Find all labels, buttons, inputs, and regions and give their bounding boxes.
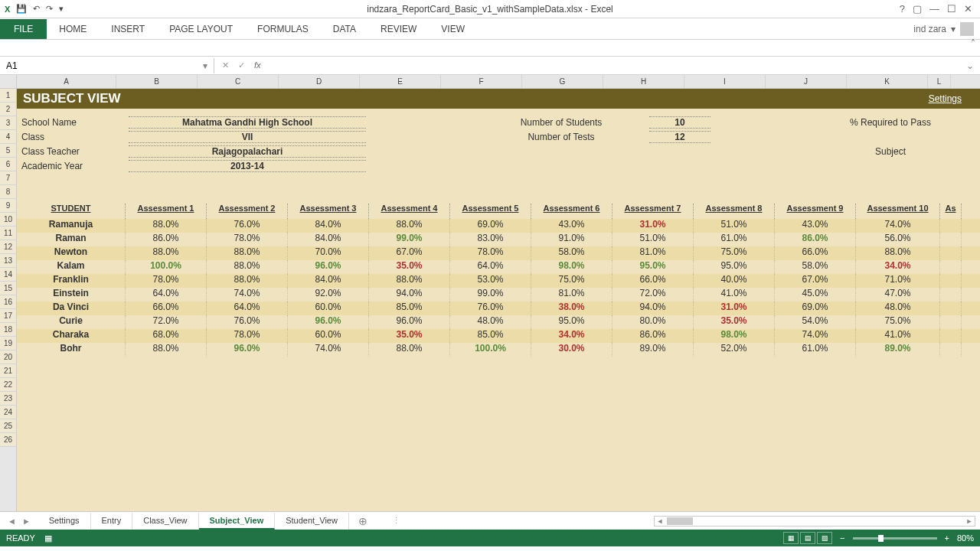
ribbon-tab-page-layout[interactable]: PAGE LAYOUT bbox=[157, 19, 245, 39]
help-icon[interactable]: ? bbox=[900, 3, 905, 15]
table-header: STUDENT bbox=[17, 204, 126, 219]
score-cell: 74.0% bbox=[288, 343, 369, 357]
score-cell: 71.0% bbox=[856, 274, 940, 288]
column-header[interactable]: A bbox=[17, 75, 116, 88]
sheet-tab-class_view[interactable]: Class_View bbox=[132, 513, 198, 530]
formula-input[interactable] bbox=[269, 64, 960, 68]
cancel-formula-icon[interactable]: ✕ bbox=[222, 60, 229, 70]
new-sheet-icon[interactable]: ⊕ bbox=[349, 515, 377, 527]
row-header[interactable]: 21 bbox=[0, 364, 16, 378]
tab-nav-prev-icon[interactable]: ◄ bbox=[8, 517, 16, 526]
score-cell: 88.0% bbox=[369, 343, 450, 357]
zoom-out-icon[interactable]: − bbox=[840, 533, 844, 543]
close-icon[interactable]: ✕ bbox=[964, 3, 972, 15]
row-header[interactable]: 13 bbox=[0, 254, 16, 268]
row-header[interactable]: 8 bbox=[0, 185, 16, 199]
row-header[interactable]: 7 bbox=[0, 171, 16, 185]
ribbon-tab-formulas[interactable]: FORMULAS bbox=[245, 19, 321, 39]
score-cell: 89.0% bbox=[612, 343, 694, 357]
table-header: Assessment 7 bbox=[612, 204, 694, 219]
qat-dropdown-icon[interactable]: ▾ bbox=[59, 4, 64, 14]
ribbon-tab-insert[interactable]: INSERT bbox=[99, 19, 157, 39]
zoom-level[interactable]: 80% bbox=[957, 533, 974, 543]
ribbon-tab-data[interactable]: DATA bbox=[321, 19, 368, 39]
row-header[interactable]: 5 bbox=[0, 144, 16, 158]
collapse-ribbon-icon[interactable]: ˄ bbox=[971, 38, 975, 49]
row-header[interactable]: 22 bbox=[0, 378, 16, 392]
row-header[interactable]: 1 bbox=[0, 89, 16, 103]
select-all-corner[interactable] bbox=[0, 75, 16, 89]
column-header[interactable]: K bbox=[847, 75, 928, 88]
row-header[interactable]: 18 bbox=[0, 323, 16, 337]
row-header[interactable]: 15 bbox=[0, 282, 16, 295]
student-name: Einstein bbox=[17, 288, 126, 302]
column-header[interactable]: H bbox=[603, 75, 684, 88]
column-header[interactable]: E bbox=[360, 75, 441, 88]
column-header[interactable]: L bbox=[928, 75, 951, 88]
row-header[interactable]: 23 bbox=[0, 392, 16, 406]
row-header[interactable]: 3 bbox=[0, 116, 16, 130]
ribbon-options-icon[interactable]: ▢ bbox=[913, 3, 922, 15]
row-header[interactable]: 12 bbox=[0, 240, 16, 254]
num-tests-value: 12 bbox=[649, 131, 710, 143]
row-header[interactable]: 6 bbox=[0, 158, 16, 171]
row-header[interactable]: 4 bbox=[0, 130, 16, 144]
enter-formula-icon[interactable]: ✓ bbox=[238, 60, 245, 70]
expand-formula-icon[interactable]: ⌄ bbox=[960, 60, 980, 71]
score-cell: 86.0% bbox=[126, 233, 207, 246]
row-header[interactable]: 20 bbox=[0, 350, 16, 364]
ribbon-tab-home[interactable]: HOME bbox=[47, 19, 99, 39]
column-header[interactable]: F bbox=[441, 75, 522, 88]
score-cell: 81.0% bbox=[531, 288, 612, 302]
minimize-icon[interactable]: — bbox=[929, 3, 939, 15]
row-header[interactable]: 11 bbox=[0, 227, 16, 240]
num-students-value: 10 bbox=[649, 116, 710, 129]
horizontal-scrollbar[interactable]: ◄► bbox=[654, 516, 975, 527]
name-box[interactable]: A1▾ bbox=[0, 58, 214, 73]
column-header[interactable]: J bbox=[766, 75, 847, 88]
tab-nav-next-icon[interactable]: ► bbox=[22, 517, 31, 526]
formula-bar: A1▾ ✕ ✓ fx ⌄ bbox=[0, 57, 980, 75]
score-cell bbox=[940, 343, 962, 357]
pct-pass-label: % Required to Pass bbox=[825, 117, 956, 128]
zoom-slider[interactable] bbox=[853, 537, 937, 540]
maximize-icon[interactable]: ☐ bbox=[947, 3, 956, 15]
sheet-tab-subject_view[interactable]: Subject_View bbox=[199, 513, 276, 530]
sheet-tab-entry[interactable]: Entry bbox=[91, 513, 133, 530]
undo-icon[interactable]: ↶ bbox=[33, 4, 40, 14]
file-tab[interactable]: FILE bbox=[0, 19, 47, 39]
normal-view-icon[interactable]: ▦ bbox=[783, 532, 799, 544]
account-label[interactable]: ind zara▾ bbox=[913, 22, 980, 36]
column-header[interactable]: G bbox=[522, 75, 603, 88]
row-header[interactable]: 24 bbox=[0, 406, 16, 419]
sheet-tab-settings[interactable]: Settings bbox=[38, 513, 91, 530]
column-header[interactable]: D bbox=[279, 75, 360, 88]
row-header[interactable]: 17 bbox=[0, 309, 16, 323]
settings-link[interactable]: Settings bbox=[929, 93, 962, 104]
zoom-in-icon[interactable]: + bbox=[945, 533, 949, 543]
page-layout-view-icon[interactable]: ▤ bbox=[800, 532, 815, 544]
score-cell: 88.0% bbox=[207, 274, 288, 288]
ribbon-tab-review[interactable]: REVIEW bbox=[368, 19, 429, 39]
page-break-view-icon[interactable]: ▧ bbox=[817, 532, 832, 544]
column-header[interactable]: B bbox=[116, 75, 198, 88]
macro-icon[interactable]: ▦ bbox=[44, 533, 52, 543]
row-header[interactable]: 9 bbox=[0, 199, 16, 213]
fx-icon[interactable]: fx bbox=[254, 60, 261, 70]
save-icon[interactable]: 💾 bbox=[16, 4, 27, 14]
score-cell: 74.0% bbox=[775, 329, 856, 343]
row-header[interactable]: 14 bbox=[0, 268, 16, 282]
row-header[interactable]: 19 bbox=[0, 337, 16, 350]
column-header[interactable]: C bbox=[198, 75, 279, 88]
row-header[interactable]: 10 bbox=[0, 213, 16, 227]
row-header[interactable]: 2 bbox=[0, 103, 16, 116]
ribbon-tab-view[interactable]: VIEW bbox=[429, 19, 477, 39]
row-header[interactable]: 26 bbox=[0, 433, 16, 447]
sheet-tab-student_view[interactable]: Student_View bbox=[275, 513, 349, 530]
row-header[interactable]: 16 bbox=[0, 295, 16, 309]
column-header[interactable]: I bbox=[684, 75, 766, 88]
redo-icon[interactable]: ↷ bbox=[46, 4, 53, 14]
score-cell: 35.0% bbox=[694, 315, 775, 329]
row-header[interactable]: 25 bbox=[0, 419, 16, 433]
title-bar: X 💾 ↶ ↷ ▾ indzara_ReportCard_Basic_v1_wi… bbox=[0, 0, 980, 18]
